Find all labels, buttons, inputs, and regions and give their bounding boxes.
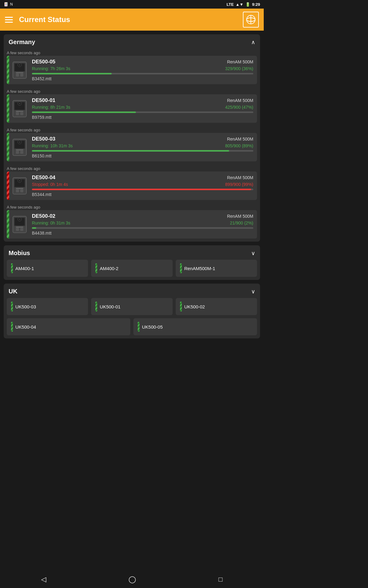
machine-file-de500-04: B5344.mtt	[32, 192, 253, 197]
recent-button[interactable]: □	[219, 575, 223, 583]
svg-rect-30	[16, 189, 19, 192]
machine-name-de500-03: DE500-03	[32, 136, 56, 142]
collapsed-machine-bar	[180, 263, 182, 273]
battery-icon: 🔋	[245, 2, 250, 7]
section-chevron-uk: ∨	[251, 288, 255, 295]
collapsed-machine-name-uk-0: UK500-03	[15, 304, 36, 309]
section-title-germany: Germany	[9, 39, 35, 46]
collapsed-machine-bar	[180, 302, 182, 311]
section-header-mobius[interactable]: Mobius ∨	[4, 245, 260, 260]
machine-details-de500-04: DE500-04 RenAM 500M Stopped: 0h 1m 4s 89…	[30, 172, 257, 200]
machine-timestamp-de500-03: A few seconds ago	[4, 126, 260, 133]
bottom-nav: ◁ ◯ □	[0, 571, 264, 588]
main-content: Germany ∧ A few seconds ago DE500-05 Ren…	[0, 31, 264, 342]
machine-item-de500-05[interactable]: DE500-05 RenAM 500M Running: 7h 26m 3s 3…	[7, 56, 257, 84]
logo-icon	[245, 14, 256, 25]
machine-progress-bar-de500-05	[32, 73, 253, 74]
machine-timestamp-de500-02: A few seconds ago	[4, 203, 260, 210]
collapsed-machine-bar	[11, 322, 13, 332]
machine-status-de500-02: Running: 0h 31m 3s	[32, 221, 70, 225]
machine-name-de500-05: DE500-05	[32, 59, 56, 65]
collapsed-machine-bar	[11, 263, 13, 273]
menu-button[interactable]	[5, 17, 13, 23]
collapsed-machine-uk-2[interactable]: UK500-02	[176, 298, 257, 315]
collapsed-machine-mobius-0[interactable]: AM400-1	[7, 260, 88, 277]
collapsed-machine-bar	[11, 302, 13, 311]
svg-rect-14	[16, 112, 19, 115]
machine-name-de500-01: DE500-01	[32, 97, 56, 104]
hamburger-line	[5, 19, 13, 20]
machine-status-de500-01: Running: 8h 21m 3s	[32, 105, 70, 110]
machine-sidebar-de500-03	[7, 133, 9, 161]
svg-rect-15	[20, 112, 23, 115]
machine-item-de500-01[interactable]: DE500-01 RenAM 500M Running: 8h 21m 3s 4…	[7, 94, 257, 123]
hamburger-line	[5, 17, 13, 18]
collapsed-machine-bar	[95, 302, 97, 311]
svg-rect-22	[16, 151, 19, 154]
app-logo	[243, 12, 259, 28]
machine-sidebar-de500-04	[7, 172, 9, 200]
collapsed-machine-bar	[138, 322, 140, 332]
svg-rect-31	[20, 189, 23, 192]
svg-rect-24	[16, 149, 23, 150]
collapsed-items-mobius: AM400-1 AM400-2 RenAM500M-1	[4, 260, 260, 280]
collapsed-items-uk: UK500-03 UK500-01 UK500-02 UK500-04 UK50…	[4, 298, 260, 338]
machine-timestamp-de500-01: A few seconds ago	[4, 87, 260, 94]
machine-progress-bar-de500-03	[32, 150, 253, 152]
machine-file-de500-05: B3452.mtt	[32, 76, 253, 81]
machine-item-de500-02[interactable]: DE500-02 RenAM 500M Running: 0h 31m 3s 2…	[7, 210, 257, 239]
collapsed-machine-name-mobius-0: AM400-1	[15, 266, 34, 271]
svg-rect-38	[16, 228, 19, 231]
collapsed-machine-uk-1[interactable]: UK500-01	[91, 298, 172, 315]
collapsed-machine-mobius-2[interactable]: RenAM500M-1	[176, 260, 257, 277]
svg-rect-6	[16, 74, 19, 77]
machine-progress-text-de500-02: 21/900 (2%)	[230, 221, 253, 225]
machine-details-de500-05: DE500-05 RenAM 500M Running: 7h 26m 3s 3…	[30, 56, 257, 84]
page-title: Current Status	[19, 15, 70, 24]
machine-details-de500-02: DE500-02 RenAM 500M Running: 0h 31m 3s 2…	[30, 210, 257, 239]
collapsed-machine-name-uk-3: UK500-04	[15, 324, 36, 330]
machine-model-de500-02: RenAM 500M	[227, 214, 253, 219]
section-chevron-mobius: ∨	[251, 250, 255, 257]
machine-icon-de500-04	[9, 172, 30, 200]
lte-icon: LTE	[227, 2, 234, 7]
collapsed-machine-name-uk-2: UK500-02	[184, 304, 205, 309]
app-bar: Current Status	[0, 9, 264, 31]
machine-icon-de500-01	[9, 94, 30, 123]
collapsed-machine-uk-0[interactable]: UK500-03	[7, 298, 88, 315]
machine-file-de500-01: B9759.mtt	[32, 115, 253, 120]
machine-status-de500-04: Stopped: 0h 1m 4s	[32, 182, 68, 187]
machine-progress-fill-de500-01	[32, 111, 136, 113]
clock: 9:29	[252, 2, 260, 7]
collapsed-machine-uk-4[interactable]: UK500-05	[133, 318, 257, 335]
svg-point-10	[19, 64, 21, 66]
collapsed-machine-name-uk-1: UK500-01	[100, 304, 121, 309]
machine-progress-text-de500-03: 805/900 (89%)	[225, 143, 253, 148]
machine-icon-de500-02	[9, 210, 30, 239]
collapsed-machine-mobius-1[interactable]: AM400-2	[91, 260, 172, 277]
machine-progress-text-de500-01: 425/900 (47%)	[225, 105, 253, 110]
machine-sidebar-de500-02	[7, 210, 9, 239]
collapsed-machine-uk-3[interactable]: UK500-04	[7, 318, 130, 335]
app-bar-left: Current Status	[5, 15, 70, 24]
svg-rect-23	[20, 151, 23, 154]
machine-model-de500-04: RenAM 500M	[227, 175, 253, 180]
machine-progress-text-de500-05: 329/900 (36%)	[225, 66, 253, 71]
machine-timestamp-de500-04: A few seconds ago	[4, 164, 260, 172]
svg-point-42	[19, 218, 21, 220]
collapsed-machine-name-uk-4: UK500-05	[142, 324, 163, 330]
machine-item-de500-03[interactable]: DE500-03 RenAM 500M Running: 10h 31m 3s …	[7, 133, 257, 161]
home-button[interactable]: ◯	[128, 575, 136, 583]
status-bar-right: LTE ▲▼ 🔋 9:29	[227, 2, 260, 7]
section-header-uk[interactable]: UK ∨	[4, 284, 260, 298]
back-button[interactable]: ◁	[41, 575, 46, 583]
machine-progress-bar-de500-01	[32, 111, 253, 113]
machine-model-de500-01: RenAM 500M	[227, 98, 253, 103]
machine-item-de500-04[interactable]: DE500-04 RenAM 500M Stopped: 0h 1m 4s 89…	[7, 172, 257, 200]
machine-progress-bar-de500-02	[32, 227, 253, 229]
section-header-germany[interactable]: Germany ∧	[4, 34, 260, 49]
machine-progress-fill-de500-04	[32, 189, 251, 190]
machine-name-de500-04: DE500-04	[32, 175, 56, 181]
machine-progress-fill-de500-02	[32, 227, 36, 229]
signal-icon: ▲▼	[236, 2, 243, 7]
